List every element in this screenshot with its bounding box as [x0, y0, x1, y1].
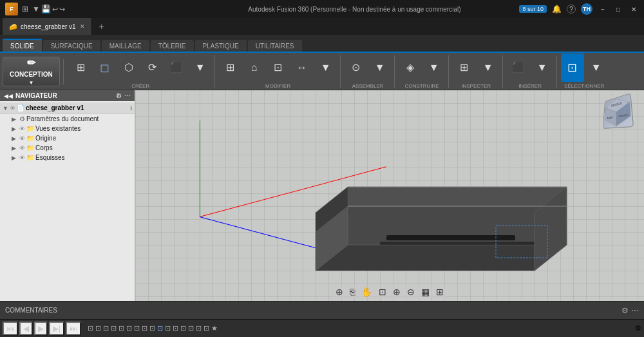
viewport-3d[interactable]: DESSUS DROITE AVANT ⊕ ⎘ ✋ ⊡ ⊕ ⊖ ▦ ⊞ [135, 90, 644, 301]
help-icon[interactable]: ? [567, 5, 576, 14]
vp-tool-origin[interactable]: ⊕ [333, 285, 346, 298]
view-cube[interactable]: DESSUS DROITE AVANT [600, 95, 639, 134]
tab-plastique[interactable]: PLASTIQUE [195, 40, 247, 52]
timeline-icon-11[interactable]: ⊡ [165, 324, 171, 332]
tool-more-insert[interactable]: ▼ [531, 53, 554, 82]
tool-sketch[interactable]: ◻ [93, 53, 117, 82]
inserer-tools-row: ⬛ ▼ [507, 53, 554, 82]
timeline-icon-15[interactable]: ⊡ [196, 324, 202, 332]
tool-measure[interactable]: ⊞ [453, 53, 476, 82]
timeline-icon-12[interactable]: ⊡ [173, 324, 178, 332]
timeline-icon-6[interactable]: ⊡ [126, 324, 132, 332]
nav-root-item[interactable]: ▼ 👁 📄 cheese_grabber v1 ℹ [0, 102, 135, 114]
tab-surfacique[interactable]: SURFACIQUE [43, 40, 100, 52]
vp-tool-copy[interactable]: ⎘ [347, 285, 357, 298]
tool-joint[interactable]: ⊙ [345, 53, 368, 82]
timeline-icon-3[interactable]: ⊡ [103, 324, 109, 332]
nav-settings[interactable]: ⚙ [116, 92, 122, 99]
timeline-icon-8[interactable]: ⊡ [142, 324, 147, 332]
add-tab-button[interactable]: + [95, 19, 109, 34]
vp-tool-zoom-in[interactable]: ⊕ [390, 285, 403, 298]
timeline-icon-2[interactable]: ⊡ [95, 324, 101, 332]
construire-tools-row: ◈ ▼ [399, 53, 446, 82]
redo-icon[interactable]: ↪ [59, 5, 65, 14]
timeline-icon-16[interactable]: ⊡ [204, 324, 209, 332]
toolbar-group-assembler: ⊙ ▼ ASSEMBLER [342, 55, 395, 88]
tool-more-inspect[interactable]: ▼ [477, 53, 500, 82]
undo-icon[interactable]: ↩ [52, 5, 58, 14]
tool-select[interactable]: ⊡ [561, 53, 584, 82]
tool-more-construct[interactable]: ▼ [422, 53, 446, 82]
tab-tolerie[interactable]: TÔLERIE [151, 40, 194, 52]
timeline-icon-5[interactable]: ⊡ [118, 324, 124, 332]
notification-bell[interactable]: 🔔 [552, 5, 562, 14]
tool-chamfer[interactable]: ⌂ [243, 53, 266, 82]
tool-fillet[interactable]: ⊞ [219, 53, 242, 82]
vues-eye-icon[interactable]: 👁 [19, 126, 25, 132]
file-icon[interactable]: ▼ [32, 5, 40, 14]
vp-tool-grid[interactable]: ▦ [419, 285, 432, 298]
tool-extrude[interactable]: ⬡ [117, 53, 140, 82]
tool-insert-mesh[interactable]: ⬛ [507, 53, 530, 82]
tool-new-component[interactable]: ⊞ [70, 53, 93, 82]
bottom-settings-icon[interactable]: ⚙ [635, 324, 641, 332]
close-button[interactable]: ✕ [629, 4, 639, 14]
btn-step-forward[interactable]: ▶| [49, 322, 64, 336]
tool-more-modify[interactable]: ▼ [314, 53, 337, 82]
root-info-icon[interactable]: ℹ [130, 105, 132, 111]
btn-play[interactable]: ▶ [34, 322, 48, 336]
root-expand-arrow[interactable]: ▼ [3, 105, 8, 111]
btn-skip-back[interactable]: ⏮ [3, 322, 18, 336]
origine-eye-icon[interactable]: 👁 [19, 135, 25, 142]
nav-item-origine[interactable]: ▶ 👁 📁 Origine [0, 133, 135, 143]
timeline-icon-17[interactable]: ★ [211, 324, 218, 332]
nav-item-vues[interactable]: ▶ 👁 📁 Vues existantes [0, 124, 135, 133]
timeline-icon-10[interactable]: ⊡ [157, 324, 163, 332]
vp-tool-zoom-fit[interactable]: ⊡ [376, 285, 389, 298]
vp-tool-pan[interactable]: ✋ [359, 285, 375, 298]
timeline-icon-14[interactable]: ⊡ [188, 324, 194, 332]
user-avatar[interactable]: TH [581, 3, 592, 15]
conception-button[interactable]: ✏ CONCEPTION ▼ [3, 57, 60, 86]
tool-revolve[interactable]: ⟳ [141, 53, 164, 82]
nav-item-corps[interactable]: ▶ 👁 📁 Corps [0, 143, 135, 153]
timeline-icon-9[interactable]: ⊡ [149, 324, 155, 332]
timeline-icon-13[interactable]: ⊡ [180, 324, 186, 332]
corps-folder-icon: 📁 [26, 144, 34, 151]
timeline-icon-1[interactable]: ⊡ [88, 324, 93, 332]
save-icon[interactable]: 💾 [41, 5, 51, 14]
maximize-button[interactable]: □ [613, 4, 623, 14]
vp-tool-zoom-out[interactable]: ⊖ [404, 285, 417, 298]
tab-close-icon[interactable]: ✕ [80, 23, 85, 30]
notification-badge[interactable]: 8 sur 10 [519, 5, 547, 13]
tab-maillage[interactable]: MAILLAGE [102, 40, 149, 52]
tab-utilitaires[interactable]: UTILITAIRES [248, 40, 302, 52]
vp-tool-view-cube-toggle[interactable]: ⊞ [433, 285, 446, 298]
nav-item-esquisses[interactable]: ▶ 👁 📁 Esquisses [0, 153, 135, 162]
tool-more-create[interactable]: ▼ [189, 53, 212, 82]
status-dots[interactable]: ⋯ [631, 306, 639, 315]
nav-dots[interactable]: ⋯ [124, 92, 131, 99]
inserer-label: INSÉRER [518, 83, 542, 89]
minimize-button[interactable]: − [598, 4, 608, 14]
nav-item-params[interactable]: ▶ ⚙ Paramètres du document [0, 114, 135, 124]
view-cube-inner[interactable]: DESSUS DROITE AVANT [603, 93, 634, 129]
timeline-icon-7[interactable]: ⊡ [134, 324, 140, 332]
model-3d-svg[interactable] [290, 142, 599, 301]
grid-icon[interactable]: ⊞ [22, 5, 28, 14]
timeline-icon-4[interactable]: ⊡ [111, 324, 117, 332]
tool-plane[interactable]: ◈ [399, 53, 422, 82]
tool-more-assemble[interactable]: ▼ [368, 53, 392, 82]
root-eye-icon[interactable]: 👁 [10, 105, 15, 111]
tab-solide[interactable]: SOLIDE [3, 39, 42, 52]
tool-sweep[interactable]: ⬛ [165, 53, 188, 82]
file-tab-cheese[interactable]: 🧀 cheese_grabber v1 ✕ [3, 18, 92, 35]
btn-step-back[interactable]: ◀ [19, 322, 33, 336]
corps-eye-icon[interactable]: 👁 [19, 145, 25, 151]
tool-shell[interactable]: ⊡ [267, 53, 290, 82]
tool-scale[interactable]: ↔ [290, 53, 314, 82]
tool-more-select[interactable]: ▼ [585, 53, 608, 82]
esquisses-eye-icon[interactable]: 👁 [19, 155, 25, 161]
status-settings-icon[interactable]: ⚙ [621, 306, 629, 315]
btn-skip-forward[interactable]: ⏭ [66, 322, 81, 336]
